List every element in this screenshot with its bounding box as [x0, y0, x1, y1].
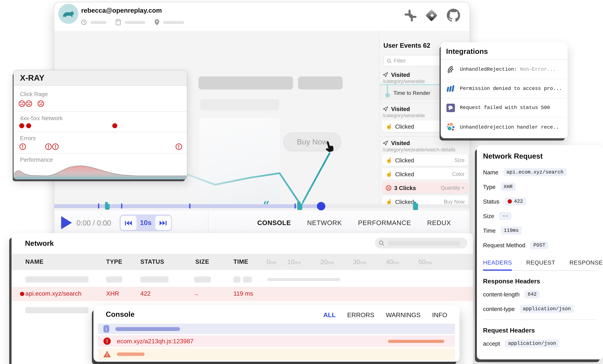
network-panel-title: Network	[25, 239, 54, 248]
meta-skeleton	[91, 21, 106, 24]
field-label: Request Method	[483, 242, 525, 248]
click-hand-icon: ☝	[386, 171, 392, 176]
skip-interval-label[interactable]: 10s	[137, 219, 155, 227]
user-events-count: 62	[423, 42, 430, 49]
click-hand-icon: ☝	[386, 199, 392, 204]
timeline-playhead[interactable]	[317, 202, 325, 210]
warning-skeleton	[117, 352, 145, 356]
error-detail-skeleton	[388, 340, 444, 343]
replay-timeline[interactable]: “	[54, 204, 470, 208]
network-error-dot	[112, 123, 117, 128]
skip-control-group: 10s	[120, 215, 172, 231]
tab-network[interactable]: NETWORK	[307, 219, 342, 227]
tab-redux[interactable]: REDUX	[427, 219, 451, 227]
event-rage-click-card[interactable]: 3 Clicks Quantity +	[382, 182, 468, 194]
timeline-event-marker[interactable]	[297, 202, 302, 210]
visited-icon	[383, 106, 388, 112]
integration-item-datadog[interactable]: Request failed with status 500	[441, 98, 568, 118]
playback-time: 0:00 / 0:00	[77, 219, 111, 227]
tab-performance[interactable]: PERFORMANCE	[358, 219, 411, 227]
header-value: application/json	[520, 305, 574, 313]
openreplay-composition: rebecca@openreplay.com	[0, 0, 603, 364]
timeline-tick	[295, 204, 296, 209]
field-value: POST	[530, 241, 548, 249]
time-scale-label: 0ms	[267, 258, 276, 266]
field-name: Name api.ecom.xyz/search	[483, 168, 597, 176]
event-path: /category/wearable/watch-details	[383, 147, 455, 153]
elastic-icon	[446, 122, 455, 132]
tab-all[interactable]: ALL	[323, 311, 336, 319]
timeline-event-marker[interactable]	[105, 202, 110, 210]
click-hand-icon: ☝	[386, 157, 392, 163]
header-content-length: content-length 642	[483, 290, 597, 298]
timeline-progress	[54, 204, 321, 208]
play-button[interactable]	[61, 216, 72, 229]
network-table-header: NAME TYPE STATUS SIZE TIME 0ms 10ms 20ms…	[12, 254, 473, 270]
errors-label: Errors	[20, 135, 36, 141]
browser-icon	[116, 19, 121, 25]
console-panel: Console ALL ERRORS WARNINGS INFO i ! eco…	[93, 305, 460, 362]
event-visited[interactable]: Visited	[383, 140, 410, 146]
timeline-event-marker[interactable]	[413, 202, 418, 210]
tab-errors[interactable]: ERRORS	[347, 311, 374, 319]
console-info-row[interactable]: i	[98, 324, 455, 334]
session-header: rebecca@openreplay.com	[54, 2, 470, 32]
skip-forward-button[interactable]	[155, 216, 171, 230]
heading-skeleton	[198, 77, 293, 89]
integration-item-sentry[interactable]: UnhandledRejection: Non–Error...	[441, 60, 568, 79]
header-value: 642	[525, 290, 540, 298]
console-warning-row[interactable]	[98, 348, 455, 360]
integration-message: Permission denied to access pro...	[460, 86, 562, 91]
tab-response[interactable]: RESPONSE	[569, 259, 603, 270]
product-image-placeholder	[199, 118, 280, 204]
event-label: Clicked	[395, 198, 414, 205]
event-path: /category/wearable	[383, 78, 425, 84]
console-error-source: ecom.xyz/a213qh.js:123987	[117, 338, 194, 345]
field-label: Time	[483, 227, 496, 234]
tab-info[interactable]: INFO	[432, 311, 447, 319]
header-label: accept	[483, 340, 500, 347]
request-detail-tabs: HEADERS REQUEST RESPONSE	[483, 259, 597, 271]
column-name[interactable]: NAME	[25, 258, 44, 265]
event-clicked-card[interactable]: ☝ Clicked Size	[382, 154, 468, 166]
column-status[interactable]: STATUS	[140, 258, 164, 265]
tab-console[interactable]: CONSOLE	[257, 219, 291, 227]
event-visited[interactable]: Visited	[383, 106, 410, 112]
integration-item-elastic[interactable]: Unhandledrejection handler rece..	[441, 117, 568, 137]
network-error-dot	[26, 123, 31, 128]
session-user-email: rebecca@openreplay.com	[81, 7, 162, 15]
event-visited[interactable]: Visited	[383, 71, 410, 78]
timeline-quote-marker[interactable]: “	[263, 200, 270, 211]
field-value: 422	[504, 197, 526, 205]
network-search-box[interactable]	[375, 238, 467, 248]
network-errors-label: 4xx-5xx Network	[20, 115, 63, 121]
column-time[interactable]: TIME	[233, 258, 248, 265]
time-scale-label: 20ms	[320, 258, 334, 266]
console-error-row[interactable]: ! ecom.xyz/a213qh.js:123987	[98, 335, 455, 347]
location-pin-icon	[154, 19, 159, 25]
github-icon[interactable]	[446, 9, 460, 22]
field-value: 119ms	[500, 227, 522, 235]
integration-message: Request failed with status 500	[460, 105, 550, 110]
integration-item-rollbar[interactable]: Permission denied to access pro...	[441, 79, 568, 98]
skip-back-button[interactable]	[121, 216, 136, 230]
slack-icon[interactable]	[405, 9, 417, 21]
network-row-error[interactable]: api.ecom.xyz/search XHR 422 -- 119 ms	[12, 287, 473, 301]
timeline-tick	[98, 204, 99, 209]
tab-request[interactable]: REQUEST	[526, 259, 555, 270]
rage-face-icon	[37, 100, 44, 107]
timeline-tick	[189, 204, 190, 209]
column-type[interactable]: TYPE	[106, 258, 122, 265]
jira-icon[interactable]	[425, 9, 438, 22]
error-icon	[175, 143, 182, 150]
tab-warnings[interactable]: WARNINGS	[386, 311, 420, 319]
xray-title: X-RAY	[14, 70, 187, 86]
event-clicked-card[interactable]: ☝ Clicked Color	[382, 168, 468, 180]
field-value: XHR	[500, 183, 516, 191]
network-row-skeleton[interactable]	[12, 274, 473, 285]
column-size[interactable]: SIZE	[195, 258, 209, 265]
event-label: Visited	[391, 140, 410, 146]
event-label: Visited	[391, 71, 410, 78]
pointer-cursor-icon	[325, 141, 336, 154]
tab-headers[interactable]: HEADERS	[483, 259, 512, 271]
